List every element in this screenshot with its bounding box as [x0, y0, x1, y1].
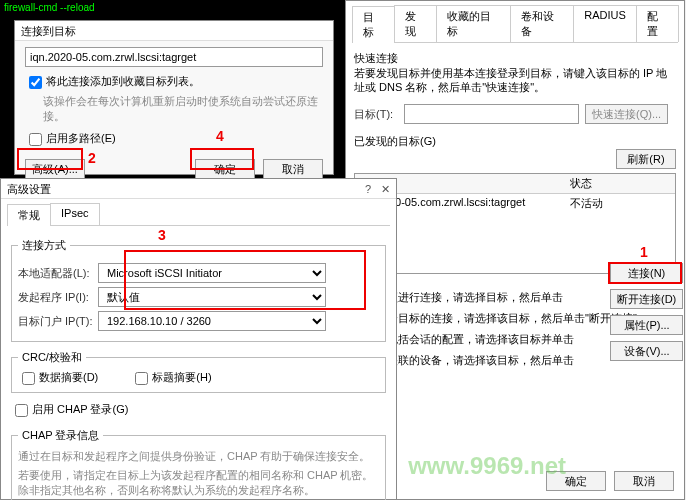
advanced-button[interactable]: 高级(A)...: [25, 159, 85, 179]
connect-dialog: 连接到目标 将此连接添加到收藏目标列表。 该操作会在每次计算机重新启动时使系统自…: [14, 20, 334, 175]
annotation-3: 3: [158, 227, 166, 243]
main-cancel-button[interactable]: 取消: [614, 471, 674, 491]
tab-general[interactable]: 常规: [7, 204, 51, 226]
chap-note: 通过在目标和发起程序之间提供身份验证，CHAP 有助于确保连接安全。: [18, 449, 379, 464]
favorite-note: 该操作会在每次计算机重新启动时使系统自动尝试还原连接。: [43, 94, 323, 124]
legend-chap: CHAP 登录信息: [18, 428, 103, 443]
main-ok-button[interactable]: 确定: [546, 471, 606, 491]
col-status: 状态: [566, 174, 675, 193]
devices-button[interactable]: 设备(V)...: [610, 341, 683, 361]
quick-note: 若要发现目标并使用基本连接登录到目标，请键入该目标的 IP 地址或 DNS 名称…: [354, 66, 676, 94]
annotation-2: 2: [88, 150, 96, 166]
row-status: 不活动: [566, 194, 675, 213]
connect-button[interactable]: 连接(N): [610, 263, 683, 283]
help-icon[interactable]: ?: [365, 179, 371, 198]
chk-favorite[interactable]: 将此连接添加到收藏目标列表。: [25, 75, 200, 87]
target-name-field[interactable]: [25, 47, 323, 67]
chk-multipath[interactable]: 启用多路径(E): [25, 132, 116, 144]
chk-data-digest[interactable]: 数据摘要(D): [18, 371, 98, 383]
refresh-button[interactable]: 刷新(R): [616, 149, 676, 169]
adapter-select[interactable]: Microsoft iSCSI Initiator: [98, 263, 326, 283]
lbl-adapter: 本地适配器(L):: [18, 266, 98, 281]
target-input[interactable]: [404, 104, 579, 124]
advanced-dialog: 高级设置 ? ✕ 常规 IPsec 连接方式 本地适配器(L):Microsof…: [0, 178, 397, 500]
lbl-target: 目标(T):: [354, 107, 404, 122]
adv-title: 高级设置: [7, 179, 51, 198]
connect-ok-button[interactable]: 确定: [195, 159, 255, 179]
tab-volumes[interactable]: 卷和设备: [510, 5, 574, 42]
tab-favorites[interactable]: 收藏的目标: [436, 5, 511, 42]
annotation-1: 1: [640, 244, 648, 260]
lbl-portal-ip: 目标门户 IP(T):: [18, 314, 98, 329]
connect-dialog-title: 连接到目标: [21, 21, 76, 40]
disconnect-button[interactable]: 断开连接(D): [610, 289, 683, 309]
quick-connect-title: 快速连接: [354, 51, 676, 66]
annotation-4: 4: [216, 128, 224, 144]
legend-crc: CRC/校验和: [18, 350, 86, 365]
quick-connect-button[interactable]: 快速连接(Q)...: [585, 104, 668, 124]
chap-note2: 若要使用，请指定在目标上为该发起程序配置的相同名称和 CHAP 机密。除非指定其…: [18, 468, 379, 498]
main-tabs: 目标 发现 收藏的目标 卷和设备 RADIUS 配置: [352, 5, 678, 43]
tab-discover[interactable]: 发现: [394, 5, 437, 42]
terminal-line: firewall-cmd --reload: [4, 2, 95, 13]
connect-cancel-button[interactable]: 取消: [263, 159, 323, 179]
tab-ipsec[interactable]: IPsec: [50, 203, 100, 225]
lbl-initiator-ip: 发起程序 IP(I):: [18, 290, 98, 305]
legend-connect: 连接方式: [18, 238, 70, 253]
tab-target[interactable]: 目标: [352, 6, 395, 43]
discovered-title: 已发现的目标(G): [354, 134, 676, 149]
tab-radius[interactable]: RADIUS: [573, 5, 637, 42]
table-row[interactable]: iqn.2020-05.com.zrwl.lscsi:tagrget 不活动: [355, 194, 675, 213]
chk-header-digest[interactable]: 标题摘要(H): [131, 371, 211, 383]
properties-button[interactable]: 属性(P)...: [610, 315, 683, 335]
portal-ip-select[interactable]: 192.168.10.10 / 3260: [98, 311, 326, 331]
chk-chap[interactable]: 启用 CHAP 登录(G): [11, 403, 128, 415]
initiator-ip-select[interactable]: 默认值: [98, 287, 326, 307]
tab-config[interactable]: 配置: [636, 5, 679, 42]
close-icon[interactable]: ✕: [381, 179, 390, 198]
